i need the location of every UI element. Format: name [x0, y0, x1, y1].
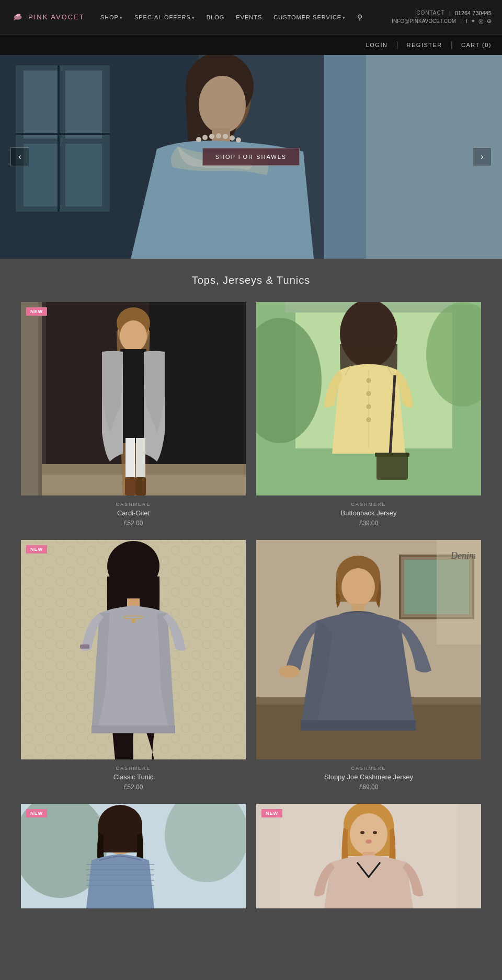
instagram-icon[interactable]: ◎ — [478, 18, 484, 25]
product-image-blue-top: NEW — [21, 804, 246, 908]
product-card-blue-top[interactable]: NEW — [21, 804, 246, 908]
customer-service-dropdown-arrow: ▾ — [343, 15, 346, 20]
svg-point-1 — [18, 14, 20, 16]
product-visual-sloppy-joe — [256, 540, 481, 759]
blue-top-image — [21, 804, 246, 908]
svg-rect-92 — [98, 824, 142, 852]
phone-number: 01264 730445 — [455, 10, 492, 16]
product-card-sloppy-joe[interactable]: Denim — [256, 540, 481, 793]
nav-events[interactable]: EVENTS — [236, 14, 262, 20]
svg-rect-40 — [135, 477, 146, 495]
contact-line: CONTACT | 01264 730445 — [416, 10, 492, 16]
product-image-sloppy-joe: Denim — [256, 540, 481, 759]
nav-blog[interactable]: BLOG — [207, 14, 225, 20]
badge-new-tunic: NEW — [26, 545, 47, 554]
product-visual-classic-tunic — [21, 540, 246, 759]
svg-rect-69 — [80, 644, 89, 649]
contact-divider: | — [449, 10, 451, 16]
product-card-cardi-gilet[interactable]: NEW — [21, 302, 246, 529]
product-price-buttonback: £39.00 — [259, 520, 478, 527]
svg-point-81 — [341, 568, 375, 606]
product-card-pink-top[interactable]: NEW — [256, 804, 481, 908]
product-name-buttonback: Buttonback Jersey — [259, 509, 478, 517]
social-icons: f ✦ ◎ ⊕ — [466, 18, 492, 25]
product-card-classic-tunic[interactable]: NEW — [21, 540, 246, 793]
product-info-sloppy-joe: CASHMERE Sloppy Joe Cashmere Jersey £69.… — [256, 759, 481, 793]
pinterest-icon[interactable]: ⊕ — [487, 18, 492, 25]
register-link[interactable]: REGISTER — [407, 42, 442, 48]
shop-shawls-button[interactable]: SHOP FOR SHAWLS — [202, 148, 300, 166]
product-price-tunic: £52.00 — [24, 783, 243, 791]
svg-point-103 — [360, 831, 364, 834]
svg-rect-39 — [125, 477, 135, 495]
section-title: Tops, Jerseys & Tunics — [0, 259, 502, 297]
product-grid: NEW — [0, 297, 502, 924]
hero-prev-button[interactable]: ‹ — [10, 147, 29, 166]
badge-new-blue: NEW — [26, 809, 47, 817]
email-social-divider: | — [460, 18, 462, 24]
login-bar: LOGIN | REGISTER | CART (0) — [0, 34, 502, 55]
cardi-gilet-image — [21, 302, 246, 495]
hero-next-button[interactable]: › — [473, 147, 492, 166]
contact-label: CONTACT — [416, 10, 445, 16]
logo-text: PINK AVOCET — [28, 13, 85, 21]
sloppy-joe-image — [256, 540, 481, 759]
email-social-line: INFO@PINKAVOCET.COM | f ✦ ◎ ⊕ — [392, 18, 492, 25]
email-link[interactable]: INFO@PINKAVOCET.COM — [392, 18, 456, 24]
product-name-cardi: Cardi-Gilet — [24, 509, 243, 517]
product-category-tunic: CASHMERE — [24, 766, 243, 771]
product-visual-cardi — [21, 302, 246, 495]
login-link[interactable]: LOGIN — [366, 42, 388, 48]
svg-rect-56 — [375, 453, 409, 457]
nav-customer-service[interactable]: CUSTOMER SERVICE▾ — [273, 14, 346, 20]
svg-rect-55 — [376, 454, 408, 480]
badge-new-cardi: NEW — [26, 307, 47, 316]
svg-point-104 — [373, 831, 377, 834]
svg-point-85 — [279, 665, 300, 678]
svg-rect-32 — [21, 302, 38, 495]
product-visual-blue-top — [21, 804, 246, 908]
svg-rect-96 — [86, 880, 154, 881]
logo[interactable]: PINK AVOCET — [10, 10, 85, 25]
nav-special-offers[interactable]: SPECIAL OFFERS▾ — [134, 14, 195, 20]
product-info-classic-tunic: CASHMERE Classic Tunic £52.00 — [21, 759, 246, 793]
nav-shop[interactable]: SHOP▾ — [100, 14, 123, 20]
svg-point-51 — [367, 391, 371, 396]
svg-point-105 — [366, 839, 372, 844]
nav-left: PINK AVOCET SHOP▾ SPECIAL OFFERS▾ BLOG E… — [10, 10, 362, 25]
product-category-buttonback: CASHMERE — [259, 502, 478, 507]
product-visual-buttonback — [256, 302, 481, 495]
svg-rect-84 — [301, 720, 416, 731]
cart-link[interactable]: CART (0) — [461, 42, 492, 48]
product-category-cardi: CASHMERE — [24, 502, 243, 507]
twitter-icon[interactable]: ✦ — [471, 18, 475, 25]
classic-tunic-image — [21, 540, 246, 759]
product-price-sloppy: £69.00 — [259, 783, 478, 791]
product-image-cardi-gilet: NEW — [21, 302, 246, 495]
svg-point-35 — [120, 320, 147, 352]
product-info-cardi-gilet: CASHMERE Cardi-Gilet £52.00 — [21, 495, 246, 529]
product-card-buttonback[interactable]: CASHMERE Buttonback Jersey £39.00 — [256, 302, 481, 529]
facebook-icon[interactable]: f — [466, 18, 467, 25]
svg-point-102 — [350, 813, 387, 855]
svg-point-52 — [367, 405, 371, 409]
product-visual-pink-top — [256, 804, 481, 908]
product-price-cardi: £52.00 — [24, 520, 243, 527]
search-icon[interactable]: ⚲ — [357, 13, 362, 21]
product-name-tunic: Classic Tunic — [24, 773, 243, 781]
svg-rect-94 — [86, 869, 154, 870]
product-image-classic-tunic: NEW — [21, 540, 246, 759]
svg-rect-95 — [86, 874, 154, 875]
top-bar: PINK AVOCET SHOP▾ SPECIAL OFFERS▾ BLOG E… — [0, 0, 502, 34]
pink-top-image — [256, 804, 481, 908]
product-category-sloppy: CASHMERE — [259, 766, 478, 771]
badge-denim-sloppy: Denim — [451, 550, 476, 561]
logo-bird-icon — [10, 10, 25, 25]
product-name-sloppy: Sloppy Joe Cashmere Jersey — [259, 773, 478, 781]
badge-new-pink: NEW — [261, 809, 282, 817]
shop-dropdown-arrow: ▾ — [120, 15, 123, 20]
buttonback-jersey-image — [256, 302, 481, 495]
hero-section: SHOP FOR SHAWLS ‹ › — [0, 55, 502, 259]
product-image-buttonback — [256, 302, 481, 495]
login-sep: | — [396, 40, 398, 50]
